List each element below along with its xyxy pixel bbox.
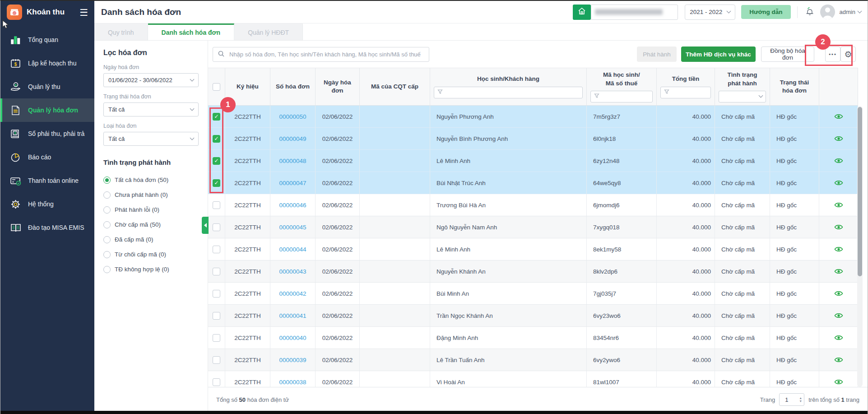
invoice-number-link[interactable]: 00000044	[279, 246, 306, 253]
invoice-number-link[interactable]: 00000040	[279, 335, 306, 341]
tab-1[interactable]: Danh sách hóa đơn	[148, 23, 235, 40]
invoice-number-link[interactable]: 00000048	[279, 158, 306, 164]
more-actions-button[interactable]: •••	[825, 47, 840, 62]
invoice-number-link[interactable]: 00000049	[279, 135, 306, 142]
row-checkbox-cell: ✓	[208, 150, 225, 172]
filter-text-input[interactable]	[672, 89, 707, 96]
school-year-select[interactable]: 2021 - 2022	[685, 5, 735, 20]
page-spinner[interactable]: ▲▼	[799, 396, 802, 403]
publish-button[interactable]: Phát hành	[637, 47, 677, 62]
view-invoice-eye-icon[interactable]	[821, 246, 856, 252]
invoice-number-link[interactable]: 00000047	[279, 180, 306, 186]
page-number-input[interactable]	[784, 396, 796, 404]
table-scrollbar[interactable]	[857, 106, 863, 387]
sidebar-item-1[interactable]: $Lập kế hoạch thu	[0, 51, 94, 75]
row-checkbox[interactable]	[213, 378, 220, 386]
invoice-status-select[interactable]: Tất cả	[103, 102, 199, 116]
radio-label: Phát hành lỗi (0)	[115, 206, 159, 213]
hamburger-menu-icon[interactable]: ☰	[79, 8, 88, 17]
row-checkbox-checked[interactable]: ✓	[213, 135, 220, 143]
invoice-number-link[interactable]: 00000041	[279, 312, 306, 319]
row-checkbox-checked[interactable]: ✓	[213, 113, 220, 121]
add-other-service-invoice-button[interactable]: Thêm HĐ dịch vụ khác	[681, 47, 756, 62]
issue-status-radio-1[interactable]: Chưa phát hành (0)	[103, 187, 199, 202]
row-checkbox[interactable]	[213, 312, 220, 320]
school-home-button[interactable]	[573, 5, 591, 20]
sidebar-item-0[interactable]: Tổng quan	[0, 28, 94, 51]
sync-invoices-button[interactable]: Đồng bộ hóa đơn	[761, 47, 814, 62]
issue-status-radio-4[interactable]: Đã cấp mã (0)	[103, 232, 199, 247]
view-invoice-eye-icon[interactable]	[821, 357, 856, 363]
issue-status-radio-0[interactable]: Tất cả hóa đơn (50)	[103, 172, 199, 187]
column-filter-input[interactable]	[590, 91, 653, 102]
view-invoice-eye-icon[interactable]	[821, 335, 856, 341]
scrollbar-thumb[interactable]	[858, 107, 862, 276]
invoice-number-link[interactable]: 00000045	[279, 224, 306, 231]
tab-0[interactable]: Quy trình	[94, 23, 148, 40]
sidebar-item-4[interactable]: $Sổ phải thu, phải trả	[0, 122, 94, 145]
school-selector[interactable]	[591, 5, 678, 20]
view-invoice-eye-icon[interactable]	[821, 379, 856, 385]
table-settings-button[interactable]: ⚙	[840, 47, 856, 62]
notification-bell-icon[interactable]	[804, 5, 816, 19]
search-input[interactable]	[228, 51, 424, 58]
row-checkbox[interactable]	[213, 356, 220, 364]
row-actions-cell	[819, 194, 858, 216]
invoice-type-select[interactable]: Tất cả	[103, 132, 199, 146]
invoice-date-select[interactable]: 01/06/2022 - 30/06/2022	[103, 73, 199, 87]
sidebar-item-8[interactable]: Đào tạo MISA EMIS	[0, 216, 94, 239]
row-checkbox[interactable]	[213, 223, 220, 231]
column-filter-select[interactable]	[719, 91, 766, 102]
column-label: Tình trạngphát hành	[728, 71, 757, 87]
sidebar-item-2[interactable]: $Quản lý thu	[0, 75, 94, 98]
row-checkbox[interactable]	[213, 290, 220, 298]
invoice-number-link[interactable]: 00000046	[279, 202, 306, 209]
chevron-down-icon	[727, 9, 731, 14]
row-checkbox-checked[interactable]: ✓	[213, 179, 220, 187]
sidebar-item-7[interactable]: Hệ thống	[0, 192, 94, 216]
filter-text-input[interactable]	[602, 93, 649, 100]
panel-collapse-handle[interactable]	[202, 217, 209, 234]
issue-status-radio-5[interactable]: Từ chối cấp mã (0)	[103, 247, 199, 262]
issue-status-radio-6[interactable]: TĐ không hợp lệ (0)	[103, 262, 199, 277]
view-invoice-eye-icon[interactable]	[821, 224, 856, 230]
invoice-number-link[interactable]: 00000050	[279, 113, 306, 120]
user-avatar[interactable]	[820, 5, 835, 19]
tab-2[interactable]: Quản lý HĐĐT	[234, 23, 303, 40]
total-amount: 40.000	[657, 260, 715, 282]
invoice-number-link[interactable]: 00000043	[279, 268, 306, 275]
row-checkbox[interactable]	[213, 334, 220, 342]
view-invoice-eye-icon[interactable]	[821, 202, 856, 208]
row-checkbox[interactable]	[213, 201, 220, 209]
view-invoice-eye-icon[interactable]	[821, 290, 856, 297]
issue-status-radio-2[interactable]: Phát hành lỗi (0)	[103, 202, 199, 217]
filter-text-input[interactable]	[445, 89, 579, 96]
invoice-number-link[interactable]: 00000039	[279, 357, 306, 363]
view-invoice-eye-icon[interactable]	[821, 312, 856, 319]
hand-coin-icon: $	[9, 81, 22, 93]
view-invoice-eye-icon[interactable]	[821, 113, 856, 120]
invoice-number-link[interactable]: 00000042	[279, 290, 306, 297]
column-filter-input[interactable]	[434, 87, 583, 98]
customer-name: Ngô Nguyễn Nam Anh	[430, 216, 587, 238]
sidebar-item-6[interactable]: Thanh toán online	[0, 169, 94, 192]
guide-button[interactable]: Hướng dẫn	[741, 5, 790, 19]
user-menu[interactable]: admin	[840, 9, 861, 15]
column-filter-input[interactable]	[660, 87, 711, 98]
view-invoice-eye-icon[interactable]	[821, 268, 856, 274]
issue-status-radio-3[interactable]: Chờ cấp mã (50)	[103, 217, 199, 232]
sidebar-item-5[interactable]: Báo cáo	[0, 145, 94, 169]
invoice-number-cell: 00000043	[270, 260, 316, 282]
view-invoice-eye-icon[interactable]	[821, 158, 856, 164]
table-row-00000038: 2C22TTH0000003802/06/2022Vi Hoài An81wl1…	[208, 371, 858, 387]
row-checkbox-checked[interactable]: ✓	[213, 157, 220, 165]
row-checkbox[interactable]	[213, 246, 220, 253]
select-all-checkbox[interactable]	[213, 83, 220, 91]
sidebar-item-3[interactable]: Quản lý hóa đơn	[0, 98, 94, 122]
column-label: Mã của CQT cấp	[371, 83, 418, 91]
view-invoice-eye-icon[interactable]	[821, 135, 856, 142]
cqt-code	[360, 327, 430, 349]
row-checkbox[interactable]	[213, 268, 220, 275]
view-invoice-eye-icon[interactable]	[821, 180, 856, 186]
invoice-number-link[interactable]: 00000038	[279, 379, 306, 386]
